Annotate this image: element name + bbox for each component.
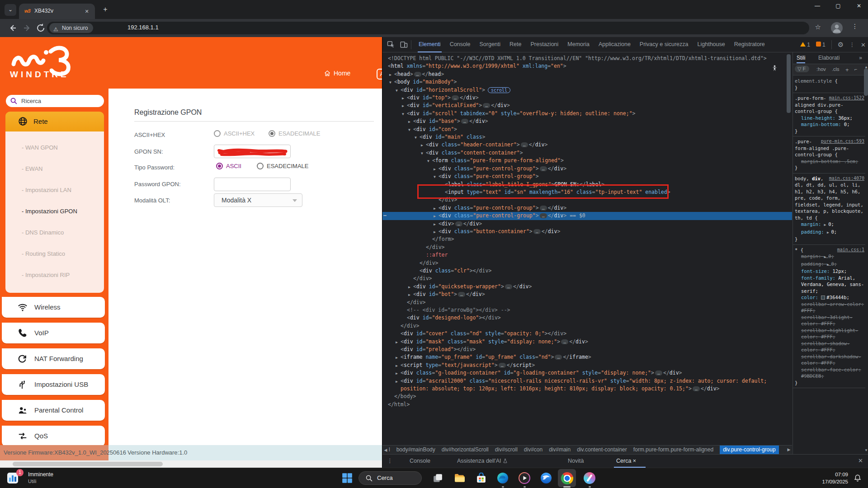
- devtools-tab-elementi[interactable]: Elementi: [414, 37, 445, 52]
- devtools-dom-node[interactable]: <!DOCTYPE html PUBLIC "-//W3C//DTD XHTML…: [382, 55, 792, 62]
- widgets-button[interactable]: 1 Imminente Utili: [5, 470, 77, 487]
- olt-mode-select[interactable]: Modalità X: [214, 193, 302, 207]
- settings-gear-icon[interactable]: ⚙: [838, 41, 844, 49]
- header-secondary-icon[interactable]: A: [377, 69, 382, 80]
- devtools-dom-node[interactable]: ▼<div id="main" class>: [382, 133, 792, 141]
- devtools-dom-node[interactable]: <div id="preload"></div>: [382, 346, 792, 353]
- devtools-dom-node[interactable]: </body>: [382, 393, 792, 400]
- css-property[interactable]: font-size: 12px;: [795, 268, 864, 275]
- devtools-dom-node[interactable]: ▶<div>…</div>: [382, 220, 792, 228]
- drawer-tab-console[interactable]: Console: [410, 458, 430, 464]
- sidebar-item-wireless[interactable]: Wireless: [2, 297, 105, 318]
- devtools-tab-applicazione[interactable]: Applicazione: [594, 37, 635, 52]
- issues-badge[interactable]: 1: [816, 42, 826, 48]
- devtools-tab-console[interactable]: Console: [445, 37, 475, 52]
- devtools-tab-registratore[interactable]: Registratore: [730, 37, 769, 52]
- devtools-dom-node[interactable]: ▶<div id="bot">…</div>: [382, 291, 792, 298]
- devtools-dom-node[interactable]: <div id="cover" class="nd" style="opacit…: [382, 330, 792, 338]
- sidebar-item-parental-control[interactable]: Parental Control: [2, 400, 105, 421]
- devtools-dom-node[interactable]: ▶<div class="g-loading-container" id="g-…: [382, 369, 792, 377]
- expand-closed-icon[interactable]: ▶: [408, 291, 410, 299]
- sidebar-search-input[interactable]: Ricerca: [6, 95, 104, 107]
- devtools-dom-node[interactable]: ::after: [382, 251, 792, 259]
- radio-icon[interactable]: [216, 163, 223, 169]
- console-warnings-badge[interactable]: 1: [800, 42, 810, 48]
- devtools-dom-node[interactable]: </div>: [382, 299, 792, 306]
- radio-icon[interactable]: [214, 130, 221, 137]
- breadcrumb-item[interactable]: div#con: [524, 446, 542, 454]
- devtools-tab-prestazioni[interactable]: Prestazioni: [526, 37, 563, 52]
- expand-closed-icon[interactable]: ▶: [434, 205, 436, 212]
- drawer-tab-close-icon[interactable]: ×: [631, 458, 636, 464]
- devtools-dom-node[interactable]: <div id="designed-logo"></div>: [382, 314, 792, 322]
- devtools-dom-node[interactable]: ▶<div id="mask" class="mask" style="disp…: [382, 338, 792, 346]
- expand-closed-icon[interactable]: ▶: [389, 71, 392, 79]
- taskbar-app-paint[interactable]: [580, 469, 599, 487]
- css-property[interactable]: scrollbar-shadow-color: #FFF;: [795, 340, 864, 353]
- breadcrumb-item[interactable]: div.pure-control-group: [720, 446, 779, 454]
- devtools-dom-node[interactable]: ▶<div id="verticalFixed">…</div>: [382, 102, 792, 109]
- tab-search-button[interactable]: ⌄: [5, 4, 16, 16]
- devtools-dom-node[interactable]: ▶<div class="pure-control-group">…</div>: [382, 165, 792, 173]
- window-minimize-icon[interactable]: —: [812, 3, 823, 9]
- bookmark-star-icon[interactable]: ☆: [815, 23, 821, 31]
- drawer-tab-cerca[interactable]: Cerca ×: [616, 458, 636, 464]
- node-overflow-icon[interactable]: ⋯: [383, 212, 387, 220]
- elements-scrollbar-thumb[interactable]: [787, 54, 791, 113]
- sidebar-item-voip[interactable]: VoIP: [2, 323, 105, 343]
- filter-input[interactable]: ▽ F: [795, 66, 809, 72]
- css-property[interactable]: padding: ▶ 0;: [795, 261, 864, 268]
- breadcrumb-item[interactable]: body#mainBody: [396, 446, 435, 454]
- taskbar-app-chrome[interactable]: [558, 469, 576, 487]
- devtools-dom-node[interactable]: </div>: [382, 244, 792, 251]
- expand-closed-icon[interactable]: ▶: [402, 102, 404, 110]
- taskbar-app-start[interactable]: [338, 469, 356, 487]
- taskbar-app-task-view[interactable]: [429, 469, 447, 487]
- taskbar-search[interactable]: Cerca: [359, 471, 422, 485]
- more-tabs-icon[interactable]: »: [859, 55, 862, 61]
- hover-state-button[interactable]: :hov: [816, 66, 826, 72]
- expand-value-icon[interactable]: ▶: [824, 223, 829, 227]
- css-selector[interactable]: element.style: [795, 78, 832, 84]
- breadcrumb-item[interactable]: div.content-container: [577, 446, 627, 454]
- reload-icon[interactable]: [35, 23, 46, 33]
- window-maximize-icon[interactable]: ▢: [833, 3, 844, 9]
- css-property[interactable]: margin: ▶ 0;: [795, 221, 864, 229]
- sidebar-subitem[interactable]: - Routing Statico: [22, 250, 65, 257]
- notification-bell-icon[interactable]: [854, 474, 862, 482]
- sidebar-subitem[interactable]: - Impostazioni RIP: [22, 272, 70, 278]
- scroll-down-arrow[interactable]: ▼: [864, 448, 868, 452]
- address-bar[interactable]: ⚠Non sicuro 192.168.1.1: [47, 22, 809, 34]
- flex-toggle-icon[interactable]: ⌐: [854, 66, 857, 72]
- radio-option[interactable]: ASCII: [216, 163, 241, 169]
- back-icon[interactable]: [7, 23, 18, 33]
- devtools-dom-node[interactable]: ▼<div id="scroll" tabindex="0" style="ov…: [382, 110, 792, 117]
- expand-open-icon[interactable]: ▼: [396, 87, 398, 94]
- window-close-icon[interactable]: ✕: [854, 3, 864, 9]
- sidebar-item-impostazioni-usb[interactable]: Impostazioni USB: [2, 374, 105, 395]
- radio-option[interactable]: ESADECIMALE: [257, 163, 308, 169]
- taskbar-app-edge[interactable]: [494, 469, 512, 487]
- tab-close-icon[interactable]: ✕: [83, 8, 90, 15]
- devtools-dom-node[interactable]: <div class="clr"></div>: [382, 267, 792, 275]
- browser-tab[interactable]: w3 XB432v ✕: [19, 4, 95, 19]
- devtools-dom-node[interactable]: ▶<div class="header-container">…</div>: [382, 141, 792, 149]
- devtools-dom-node[interactable]: </div>: [382, 322, 792, 330]
- devtools-dom-node[interactable]: ▶<div class="button-container">…</div>: [382, 228, 792, 235]
- scrollbar-thumb[interactable]: [13, 462, 163, 466]
- devtools-dom-node[interactable]: ▶<iframe name="up_frame" id="up_frame" c…: [382, 353, 792, 361]
- devtools-dom-node[interactable]: </html>: [382, 401, 792, 408]
- css-property[interactable]: margin-bottom: .5em;: [795, 158, 864, 165]
- styles-scrollbar-thumb[interactable]: [864, 69, 868, 96]
- radio-option[interactable]: ASCII+HEX: [214, 130, 255, 137]
- sidebar-item-nat-forwarding[interactable]: NAT Forwarding: [2, 348, 105, 369]
- css-selector[interactable]: *: [795, 247, 797, 253]
- expand-closed-icon[interactable]: ▶: [408, 118, 410, 126]
- expand-closed-icon[interactable]: ▶: [421, 141, 423, 149]
- devtools-menu-icon[interactable]: ⋮: [849, 42, 855, 48]
- devtools-dom-node[interactable]: ▶<div id="quicksetup-wrapper">…</div>: [382, 283, 792, 291]
- css-property[interactable]: line-height: 36px;: [795, 115, 864, 122]
- devtools-dom-node[interactable]: ▼<body id="mainBody">: [382, 78, 792, 86]
- expand-open-icon[interactable]: ▼: [415, 134, 417, 141]
- home-link[interactable]: Home: [324, 70, 350, 77]
